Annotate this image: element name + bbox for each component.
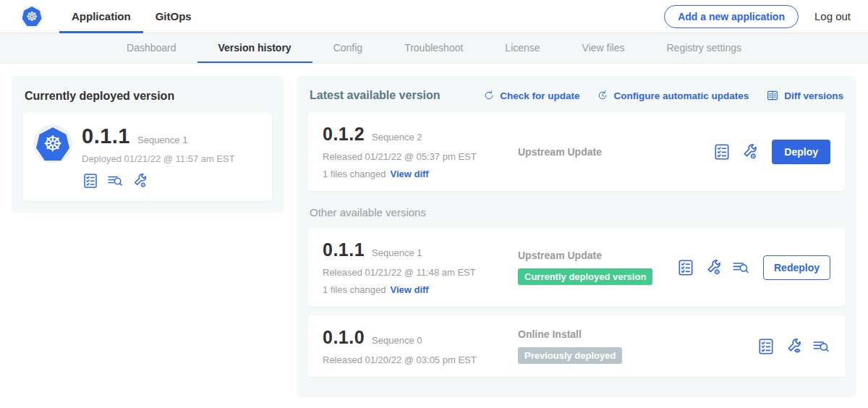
version-number: 0.1.0 xyxy=(323,327,365,348)
version-history-panel: Latest available version Check for updat… xyxy=(297,76,856,397)
deploy-logs-icon[interactable] xyxy=(812,337,830,356)
files-changed-label: 1 files changed xyxy=(323,284,386,295)
sequence-label: Sequence 1 xyxy=(372,247,422,258)
configure-automatic-updates-link[interactable]: Configure automatic updates xyxy=(597,90,749,101)
version-card-0-1-1: 0.1.1 Sequence 1 Released 01/21/22 @ 11:… xyxy=(308,228,845,307)
deploy-button[interactable]: Deploy xyxy=(772,140,830,164)
app-subnav: Dashboard Version history Config Trouble… xyxy=(0,33,868,64)
version-source-label: Upstream Update xyxy=(518,146,712,158)
kubernetes-app-icon: ☸ xyxy=(33,124,72,163)
tab-troubleshoot[interactable]: Troubleshoot xyxy=(383,33,484,63)
view-diff-link[interactable]: View diff xyxy=(390,284,428,295)
sequence-label: Sequence 2 xyxy=(372,132,422,143)
tab-gitops-label: GitOps xyxy=(156,10,192,22)
deploy-logs-icon[interactable] xyxy=(106,172,124,190)
version-number: 0.1.2 xyxy=(323,124,365,145)
preflight-checks-icon[interactable] xyxy=(82,172,99,190)
edit-config-icon[interactable] xyxy=(704,258,723,277)
currently-deployed-badge: Currently deployed version xyxy=(518,268,652,285)
deployed-timestamp: Deployed 01/21/22 @ 11:57 am EST xyxy=(82,153,235,164)
currently-deployed-panel: Currently deployed version ☸ 0.1.1 Seque… xyxy=(12,76,284,213)
tab-application-label: Application xyxy=(72,10,131,22)
released-timestamp: Released 01/21/22 @ 11:48 am EST xyxy=(323,267,503,278)
version-number: 0.1.1 xyxy=(323,239,365,260)
tab-dashboard[interactable]: Dashboard xyxy=(106,33,197,63)
version-card-0-1-2: 0.1.2 Sequence 2 Released 01/21/22 @ 05:… xyxy=(308,112,845,191)
released-timestamp: Released 01/20/22 @ 03:05 pm EST xyxy=(323,354,503,365)
diff-icon xyxy=(766,89,779,102)
app-header: ☸ Application GitOps Add a new applicati… xyxy=(0,0,868,33)
refresh-icon xyxy=(483,90,495,101)
view-config-icon[interactable] xyxy=(784,337,803,356)
previously-deployed-badge: Previously deployed xyxy=(518,347,622,364)
preflight-checks-icon[interactable] xyxy=(757,337,775,356)
other-available-versions-title: Other available versions xyxy=(310,206,843,218)
version-card-0-1-0: 0.1.0 Sequence 0 Released 01/20/22 @ 03:… xyxy=(308,315,845,377)
files-changed-label: 1 files changed xyxy=(323,169,386,179)
add-new-application-button[interactable]: Add a new application xyxy=(664,5,799,28)
tab-version-history[interactable]: Version history xyxy=(197,33,312,63)
edit-config-icon[interactable] xyxy=(740,143,759,161)
check-for-update-link[interactable]: Check for update xyxy=(483,90,579,101)
currently-deployed-title: Currently deployed version xyxy=(25,90,271,103)
kubernetes-logo-icon: ☸ xyxy=(20,5,43,28)
redeploy-button[interactable]: Redeploy xyxy=(763,255,830,280)
version-source-label: Online Install xyxy=(518,328,757,340)
deployed-version-number: 0.1.1 xyxy=(82,124,130,148)
tab-registry-settings[interactable]: Registry settings xyxy=(646,33,762,63)
deployed-sequence-label: Sequence 1 xyxy=(137,135,187,145)
currently-deployed-card: ☸ 0.1.1 Sequence 1 Deployed 01/21/22 @ 1… xyxy=(23,113,272,201)
tab-gitops[interactable]: GitOps xyxy=(143,0,204,33)
sequence-label: Sequence 0 xyxy=(372,335,422,346)
preflight-checks-icon[interactable] xyxy=(712,143,731,161)
version-source-label: Upstream Update xyxy=(518,250,676,261)
schedule-icon xyxy=(597,90,608,101)
tab-config[interactable]: Config xyxy=(312,33,383,63)
diff-versions-link[interactable]: Diff versions xyxy=(766,89,843,102)
tab-view-files[interactable]: View files xyxy=(561,33,646,63)
app-tabs: Application GitOps xyxy=(59,0,204,33)
edit-config-icon[interactable] xyxy=(131,172,148,190)
latest-available-title: Latest available version xyxy=(310,89,441,102)
tab-application[interactable]: Application xyxy=(59,0,143,33)
logout-button[interactable]: Log out xyxy=(814,10,851,22)
deploy-logs-icon[interactable] xyxy=(731,258,750,277)
view-diff-link[interactable]: View diff xyxy=(390,169,428,179)
tab-license[interactable]: License xyxy=(484,33,561,63)
preflight-checks-icon[interactable] xyxy=(676,258,695,277)
released-timestamp: Released 01/21/22 @ 05:37 pm EST xyxy=(323,151,503,162)
